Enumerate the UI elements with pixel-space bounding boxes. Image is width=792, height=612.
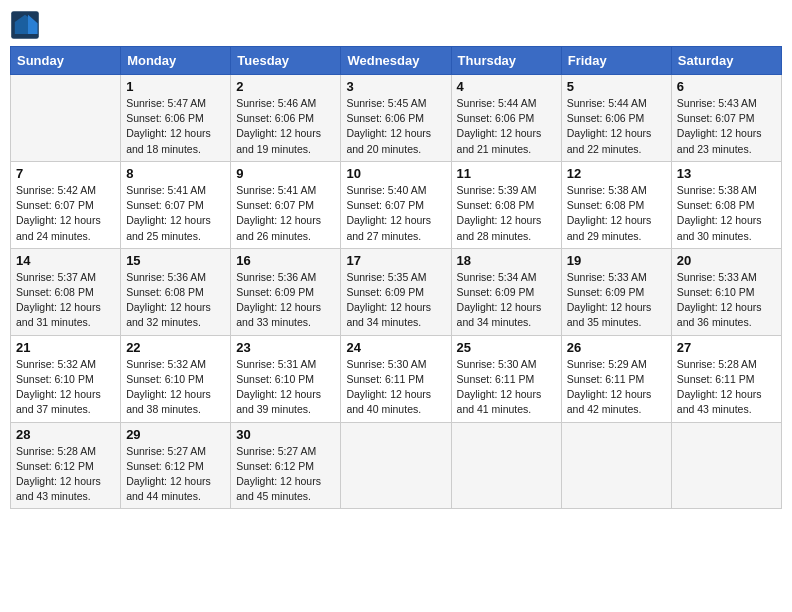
day-of-week-saturday: Saturday (671, 47, 781, 75)
day-info: Sunrise: 5:37 AMSunset: 6:08 PMDaylight:… (16, 270, 115, 331)
day-info: Sunrise: 5:38 AMSunset: 6:08 PMDaylight:… (677, 183, 776, 244)
day-number: 10 (346, 166, 445, 181)
calendar-cell: 29Sunrise: 5:27 AMSunset: 6:12 PMDayligh… (121, 422, 231, 509)
day-number: 7 (16, 166, 115, 181)
calendar-cell: 1Sunrise: 5:47 AMSunset: 6:06 PMDaylight… (121, 75, 231, 162)
day-info: Sunrise: 5:41 AMSunset: 6:07 PMDaylight:… (126, 183, 225, 244)
day-info: Sunrise: 5:44 AMSunset: 6:06 PMDaylight:… (457, 96, 556, 157)
day-info: Sunrise: 5:30 AMSunset: 6:11 PMDaylight:… (457, 357, 556, 418)
calendar-cell: 18Sunrise: 5:34 AMSunset: 6:09 PMDayligh… (451, 248, 561, 335)
day-number: 28 (16, 427, 115, 442)
day-info: Sunrise: 5:27 AMSunset: 6:12 PMDaylight:… (126, 444, 225, 505)
calendar-cell: 10Sunrise: 5:40 AMSunset: 6:07 PMDayligh… (341, 161, 451, 248)
calendar-cell: 5Sunrise: 5:44 AMSunset: 6:06 PMDaylight… (561, 75, 671, 162)
day-number: 11 (457, 166, 556, 181)
calendar-cell: 30Sunrise: 5:27 AMSunset: 6:12 PMDayligh… (231, 422, 341, 509)
day-number: 20 (677, 253, 776, 268)
day-number: 17 (346, 253, 445, 268)
header-row: SundayMondayTuesdayWednesdayThursdayFrid… (11, 47, 782, 75)
calendar-cell: 21Sunrise: 5:32 AMSunset: 6:10 PMDayligh… (11, 335, 121, 422)
day-number: 30 (236, 427, 335, 442)
day-number: 1 (126, 79, 225, 94)
day-info: Sunrise: 5:41 AMSunset: 6:07 PMDaylight:… (236, 183, 335, 244)
day-info: Sunrise: 5:33 AMSunset: 6:09 PMDaylight:… (567, 270, 666, 331)
day-info: Sunrise: 5:36 AMSunset: 6:09 PMDaylight:… (236, 270, 335, 331)
day-number: 24 (346, 340, 445, 355)
day-info: Sunrise: 5:28 AMSunset: 6:12 PMDaylight:… (16, 444, 115, 505)
day-info: Sunrise: 5:36 AMSunset: 6:08 PMDaylight:… (126, 270, 225, 331)
day-info: Sunrise: 5:35 AMSunset: 6:09 PMDaylight:… (346, 270, 445, 331)
calendar-cell: 16Sunrise: 5:36 AMSunset: 6:09 PMDayligh… (231, 248, 341, 335)
calendar-cell: 15Sunrise: 5:36 AMSunset: 6:08 PMDayligh… (121, 248, 231, 335)
day-number: 23 (236, 340, 335, 355)
calendar-cell: 24Sunrise: 5:30 AMSunset: 6:11 PMDayligh… (341, 335, 451, 422)
calendar-cell: 8Sunrise: 5:41 AMSunset: 6:07 PMDaylight… (121, 161, 231, 248)
day-info: Sunrise: 5:47 AMSunset: 6:06 PMDaylight:… (126, 96, 225, 157)
day-of-week-wednesday: Wednesday (341, 47, 451, 75)
week-row-0: 1Sunrise: 5:47 AMSunset: 6:06 PMDaylight… (11, 75, 782, 162)
day-info: Sunrise: 5:29 AMSunset: 6:11 PMDaylight:… (567, 357, 666, 418)
calendar-header: SundayMondayTuesdayWednesdayThursdayFrid… (11, 47, 782, 75)
calendar-cell: 26Sunrise: 5:29 AMSunset: 6:11 PMDayligh… (561, 335, 671, 422)
day-number: 12 (567, 166, 666, 181)
day-number: 19 (567, 253, 666, 268)
day-info: Sunrise: 5:44 AMSunset: 6:06 PMDaylight:… (567, 96, 666, 157)
day-info: Sunrise: 5:45 AMSunset: 6:06 PMDaylight:… (346, 96, 445, 157)
calendar-cell (11, 75, 121, 162)
day-info: Sunrise: 5:32 AMSunset: 6:10 PMDaylight:… (16, 357, 115, 418)
week-row-4: 28Sunrise: 5:28 AMSunset: 6:12 PMDayligh… (11, 422, 782, 509)
day-info: Sunrise: 5:28 AMSunset: 6:11 PMDaylight:… (677, 357, 776, 418)
day-info: Sunrise: 5:33 AMSunset: 6:10 PMDaylight:… (677, 270, 776, 331)
week-row-3: 21Sunrise: 5:32 AMSunset: 6:10 PMDayligh… (11, 335, 782, 422)
day-info: Sunrise: 5:38 AMSunset: 6:08 PMDaylight:… (567, 183, 666, 244)
day-of-week-friday: Friday (561, 47, 671, 75)
calendar-cell: 3Sunrise: 5:45 AMSunset: 6:06 PMDaylight… (341, 75, 451, 162)
week-row-2: 14Sunrise: 5:37 AMSunset: 6:08 PMDayligh… (11, 248, 782, 335)
day-number: 2 (236, 79, 335, 94)
day-number: 3 (346, 79, 445, 94)
day-number: 6 (677, 79, 776, 94)
calendar-cell: 28Sunrise: 5:28 AMSunset: 6:12 PMDayligh… (11, 422, 121, 509)
page-header (10, 10, 782, 40)
day-of-week-monday: Monday (121, 47, 231, 75)
week-row-1: 7Sunrise: 5:42 AMSunset: 6:07 PMDaylight… (11, 161, 782, 248)
calendar-cell (671, 422, 781, 509)
day-of-week-tuesday: Tuesday (231, 47, 341, 75)
day-info: Sunrise: 5:40 AMSunset: 6:07 PMDaylight:… (346, 183, 445, 244)
day-number: 18 (457, 253, 556, 268)
calendar-cell: 7Sunrise: 5:42 AMSunset: 6:07 PMDaylight… (11, 161, 121, 248)
day-number: 13 (677, 166, 776, 181)
calendar-cell: 12Sunrise: 5:38 AMSunset: 6:08 PMDayligh… (561, 161, 671, 248)
calendar-cell: 13Sunrise: 5:38 AMSunset: 6:08 PMDayligh… (671, 161, 781, 248)
calendar-cell: 14Sunrise: 5:37 AMSunset: 6:08 PMDayligh… (11, 248, 121, 335)
day-of-week-sunday: Sunday (11, 47, 121, 75)
day-info: Sunrise: 5:39 AMSunset: 6:08 PMDaylight:… (457, 183, 556, 244)
logo (10, 10, 44, 40)
calendar-cell: 4Sunrise: 5:44 AMSunset: 6:06 PMDaylight… (451, 75, 561, 162)
day-number: 14 (16, 253, 115, 268)
calendar-cell: 9Sunrise: 5:41 AMSunset: 6:07 PMDaylight… (231, 161, 341, 248)
calendar-cell: 25Sunrise: 5:30 AMSunset: 6:11 PMDayligh… (451, 335, 561, 422)
calendar-cell: 22Sunrise: 5:32 AMSunset: 6:10 PMDayligh… (121, 335, 231, 422)
calendar-cell: 11Sunrise: 5:39 AMSunset: 6:08 PMDayligh… (451, 161, 561, 248)
day-number: 26 (567, 340, 666, 355)
day-info: Sunrise: 5:30 AMSunset: 6:11 PMDaylight:… (346, 357, 445, 418)
day-number: 9 (236, 166, 335, 181)
day-number: 8 (126, 166, 225, 181)
day-info: Sunrise: 5:27 AMSunset: 6:12 PMDaylight:… (236, 444, 335, 505)
day-number: 29 (126, 427, 225, 442)
calendar-cell: 6Sunrise: 5:43 AMSunset: 6:07 PMDaylight… (671, 75, 781, 162)
day-of-week-thursday: Thursday (451, 47, 561, 75)
calendar-cell: 23Sunrise: 5:31 AMSunset: 6:10 PMDayligh… (231, 335, 341, 422)
day-info: Sunrise: 5:31 AMSunset: 6:10 PMDaylight:… (236, 357, 335, 418)
calendar-table: SundayMondayTuesdayWednesdayThursdayFrid… (10, 46, 782, 509)
day-number: 21 (16, 340, 115, 355)
calendar-cell (451, 422, 561, 509)
calendar-cell (341, 422, 451, 509)
calendar-body: 1Sunrise: 5:47 AMSunset: 6:06 PMDaylight… (11, 75, 782, 509)
day-number: 4 (457, 79, 556, 94)
logo-icon (10, 10, 40, 40)
day-number: 22 (126, 340, 225, 355)
day-info: Sunrise: 5:34 AMSunset: 6:09 PMDaylight:… (457, 270, 556, 331)
calendar-cell: 2Sunrise: 5:46 AMSunset: 6:06 PMDaylight… (231, 75, 341, 162)
